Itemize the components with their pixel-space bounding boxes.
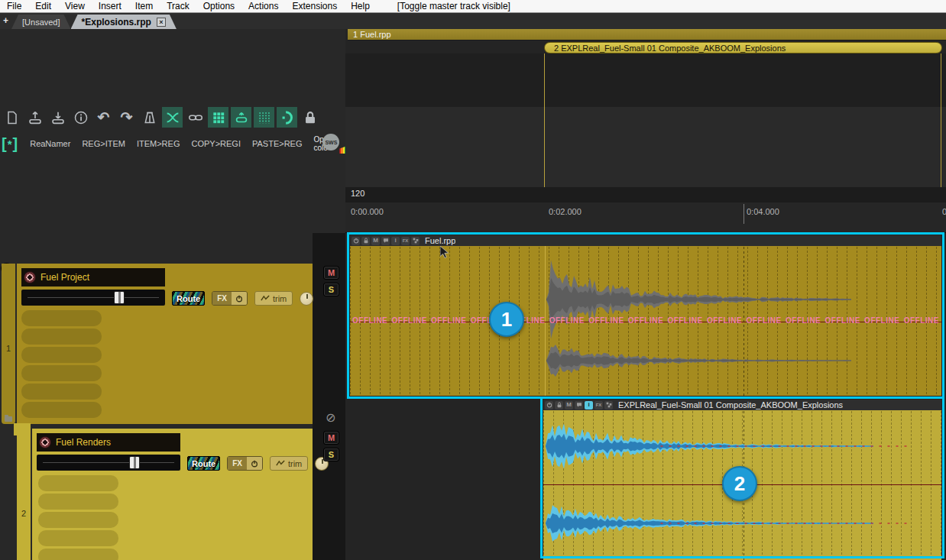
item-notes-icon[interactable] xyxy=(575,401,583,409)
track-2-lanes xyxy=(38,475,118,560)
item-mute-toggle[interactable]: M xyxy=(565,401,573,409)
track-2-solo-button[interactable]: S xyxy=(323,448,339,461)
folder-icon[interactable] xyxy=(5,416,12,422)
item-2-header[interactable]: M i FX EXPLReal_Fuel-Small 01 Composite_… xyxy=(543,400,941,410)
item-notes-icon[interactable] xyxy=(381,237,390,245)
item-to-region-button[interactable]: ITEM>REG xyxy=(137,139,180,148)
track-1-solo-button[interactable]: S xyxy=(323,283,339,296)
track-2-trim-button[interactable]: trim xyxy=(270,456,308,471)
item-mute-icon[interactable] xyxy=(545,401,553,409)
auto-crossfade-icon[interactable] xyxy=(162,107,183,128)
info-icon[interactable] xyxy=(70,107,91,128)
timeline-ruler[interactable]: 0:00.000 0:02.000 0:04.000 0: xyxy=(345,202,946,233)
save-track-template-icon[interactable] xyxy=(47,107,68,128)
new-project-tab-button[interactable]: + xyxy=(0,15,11,29)
track-1-name: Fuel Project xyxy=(40,272,89,283)
redo-icon[interactable]: ↷ xyxy=(116,107,137,128)
track-2-mute-button[interactable]: M xyxy=(323,431,339,445)
region-fuel-rpp[interactable]: 1 Fuel.rpp xyxy=(348,29,946,40)
toolbar-row-1: ↶ ↷ xyxy=(2,107,322,128)
link-move-icon[interactable] xyxy=(231,107,251,128)
track-2-number: 2 xyxy=(17,509,31,518)
arrange-empty-band[interactable] xyxy=(345,107,946,187)
region-to-item-button[interactable]: REG>ITEM xyxy=(82,139,125,148)
track-1-volume-slider[interactable] xyxy=(21,290,165,306)
new-file-icon[interactable] xyxy=(2,107,22,128)
track-2-fx-button[interactable]: FX xyxy=(227,456,263,471)
record-arm-button[interactable] xyxy=(39,436,51,448)
tab-unsaved[interactable]: [Unsaved] xyxy=(11,15,71,29)
menu-view[interactable]: View xyxy=(58,1,92,11)
item-lock-icon[interactable] xyxy=(361,237,370,245)
grid-dots-icon[interactable] xyxy=(254,107,274,128)
track-1-mute-button[interactable]: M xyxy=(323,266,339,280)
undo-icon[interactable]: ↶ xyxy=(93,107,114,128)
item-fx-icon[interactable]: FX xyxy=(401,237,410,245)
fx-power-icon[interactable] xyxy=(247,457,262,470)
item-2-label: EXPLReal_Fuel-Small 01 Composite_AKBOOM_… xyxy=(618,400,843,409)
menu-edit[interactable]: Edit xyxy=(28,1,58,11)
tab-explosions-label: *Explosions.rpp xyxy=(82,17,151,28)
track-1-trim-button[interactable]: trim xyxy=(254,291,293,306)
item-fx-icon[interactable]: FX xyxy=(594,401,603,409)
fx-power-icon[interactable] xyxy=(232,292,247,305)
ripple-edit-icon[interactable] xyxy=(277,107,297,128)
tempo-lane[interactable]: 120 xyxy=(345,187,946,202)
menu-bar: File Edit View Insert Item Track Options… xyxy=(0,0,946,13)
menu-file[interactable]: File xyxy=(0,1,28,11)
region-explosions[interactable]: 2 EXPLReal_Fuel-Small 01 Composite_AKBOO… xyxy=(544,42,942,53)
track-1-number-strip[interactable]: 1 xyxy=(2,264,15,424)
menu-toggle-master-track[interactable]: [Toggle master track visible] xyxy=(390,1,517,11)
track-1-name-box[interactable]: Fuel Project xyxy=(21,268,165,286)
menu-extensions[interactable]: Extensions xyxy=(285,1,344,11)
volume-handle[interactable] xyxy=(114,291,125,304)
menu-item[interactable]: Item xyxy=(128,1,160,11)
project-tab-bar: + [Unsaved] *Explosions.rpp × xyxy=(0,13,946,29)
load-track-template-icon[interactable] xyxy=(24,107,45,128)
toolbar-row-2: [*] ReaNamer REG>ITEM ITEM>REG COPY>REGI… xyxy=(2,134,322,154)
reanamer-button[interactable]: ReaNamer xyxy=(30,139,70,148)
track-2-volume-slider[interactable] xyxy=(37,455,180,471)
menu-insert[interactable]: Insert xyxy=(92,1,128,11)
arrange-empty-band[interactable] xyxy=(345,53,946,107)
item-group-icon[interactable] xyxy=(411,237,420,245)
star-bracket-icon[interactable]: [*] xyxy=(2,135,18,153)
item-group-icon[interactable] xyxy=(604,401,613,409)
paste-region-button[interactable]: PASTE>REG xyxy=(252,139,303,148)
track-2-name-box[interactable]: Fuel Renders xyxy=(37,433,180,452)
item-lock-icon[interactable] xyxy=(555,401,563,409)
tab-unsaved-label: [Unsaved] xyxy=(22,18,60,27)
menu-options[interactable]: Options xyxy=(196,1,241,11)
menu-track[interactable]: Track xyxy=(160,1,196,11)
track-2-route-button[interactable]: Route xyxy=(187,456,220,471)
item-mute-icon[interactable] xyxy=(352,237,360,245)
volume-handle[interactable] xyxy=(129,456,140,469)
copy-region-button[interactable]: COPY>REGI xyxy=(191,139,241,148)
item-info-icon[interactable]: i xyxy=(391,237,400,245)
track-1-panel-body[interactable]: Fuel Project Route FX trim xyxy=(17,264,313,424)
metronome-icon[interactable] xyxy=(139,107,160,128)
track-2-number-strip[interactable]: 2 xyxy=(17,429,31,560)
menu-help[interactable]: Help xyxy=(344,1,377,11)
item-mute-toggle[interactable]: M xyxy=(371,237,380,245)
lock-icon[interactable] xyxy=(300,107,320,128)
link-icon[interactable] xyxy=(185,107,206,128)
tab-explosions[interactable]: *Explosions.rpp × xyxy=(71,15,177,29)
item-1-body[interactable]: OFFLINEOFFLINEOFFLINEOFFLINEOFFLINEOFFLI… xyxy=(350,246,941,396)
track-panel-2: 2 Fuel Renders Route FX xyxy=(0,427,313,560)
item-info-icon-active[interactable]: i xyxy=(585,401,593,409)
media-item-fuel-rpp[interactable]: M i FX Fuel.rpp OFFLINEOFFLINEOFFLINEOFF… xyxy=(350,235,941,396)
tab-close-icon[interactable]: × xyxy=(157,18,166,27)
menu-actions[interactable]: Actions xyxy=(241,1,285,11)
track-1-pan-knob[interactable] xyxy=(300,292,313,306)
item-1-label: Fuel.rpp xyxy=(425,236,455,245)
grid-blocks-icon[interactable] xyxy=(208,107,228,128)
track-2-panel-body[interactable]: Fuel Renders Route FX trim xyxy=(32,429,313,560)
annotation-badge-2: 2 xyxy=(722,466,757,501)
track-1-fx-button[interactable]: FX xyxy=(212,291,248,306)
tempo-value[interactable]: 120 xyxy=(351,189,364,198)
record-arm-button[interactable] xyxy=(24,271,36,283)
track-1-phase-icon[interactable]: ⊘ xyxy=(326,412,338,424)
item-1-header[interactable]: M i FX Fuel.rpp xyxy=(350,235,941,246)
track-1-route-button[interactable]: Route xyxy=(172,291,205,306)
